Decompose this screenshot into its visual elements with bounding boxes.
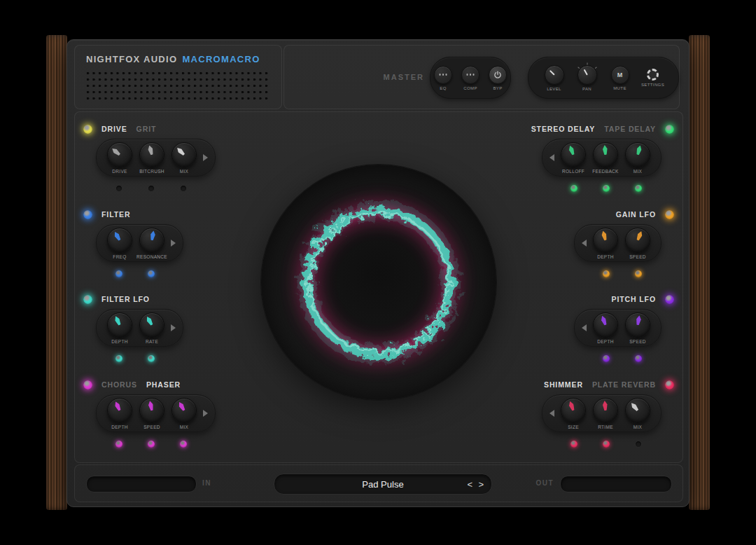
preset-next-button[interactable]: > <box>478 479 484 490</box>
pan-label: PAN <box>582 87 592 91</box>
filter-freq-knob[interactable]: FREQ <box>104 228 136 259</box>
stereo-delay-step-led[interactable] <box>570 185 578 192</box>
chorus-speed-knob[interactable]: SPEED <box>136 398 168 429</box>
master-toggle-group: EQ COMP BYP <box>430 57 511 99</box>
preset-prev-button[interactable]: < <box>467 479 472 490</box>
brand-row: NIGHTFOX AUDIO MACROMACRO <box>75 46 281 64</box>
tab-grit[interactable]: GRIT <box>136 125 157 133</box>
shimmer-step-led[interactable] <box>603 441 610 448</box>
tab-chorus[interactable]: CHORUS <box>102 380 137 389</box>
tab-pitch-lfo[interactable]: PITCH LFO <box>611 295 656 303</box>
drive-bitcrush-knob[interactable]: BITCRUSH <box>136 142 168 174</box>
chorus-knob-panel: DEPTH SPEED MIX <box>96 394 216 432</box>
pitch-lfo-module-led[interactable] <box>665 295 674 304</box>
chevron-right-icon[interactable] <box>203 154 208 161</box>
knob-label: FREQ <box>113 254 126 259</box>
wood-rail-left <box>46 35 67 510</box>
drive-drive-knob[interactable]: DRIVE <box>104 142 136 174</box>
macro-visualizer[interactable] <box>261 165 496 400</box>
chorus-step-led[interactable] <box>180 441 187 448</box>
module-drive: DRIVE GRIT DRIVE BITCRUSH MIX <box>83 122 216 192</box>
chevron-left-icon[interactable] <box>582 324 587 331</box>
shimmer-module-led[interactable] <box>665 380 674 389</box>
knob-dial <box>625 312 650 338</box>
drive-step-led[interactable] <box>148 185 155 192</box>
drive-module-led[interactable] <box>83 125 92 134</box>
bypass-label: BYP <box>493 86 502 90</box>
knob-dial <box>107 398 132 423</box>
pitch-lfo-step-led[interactable] <box>603 355 610 362</box>
stereo-delay-feedback-knob[interactable]: FEEDBACK <box>589 142 622 174</box>
eq-button[interactable]: EQ <box>431 66 455 90</box>
filter-lfo-step-led[interactable] <box>115 355 122 362</box>
gain-lfo-step-led[interactable] <box>635 270 642 277</box>
tab-shimmer[interactable]: SHIMMER <box>544 380 583 389</box>
gain-lfo-module-led[interactable] <box>665 210 674 219</box>
tab-drive[interactable]: DRIVE <box>102 125 127 133</box>
drive-step-led[interactable] <box>115 185 122 192</box>
filter-step-led[interactable] <box>115 270 122 277</box>
pan-tick <box>587 62 587 64</box>
filter-lfo-rate-knob[interactable]: RATE <box>136 312 168 344</box>
stereo-delay-module-led[interactable] <box>665 125 674 134</box>
stereo-delay-step-led[interactable] <box>635 185 642 192</box>
chevron-left-icon[interactable] <box>550 154 554 161</box>
gain-lfo-speed-knob[interactable]: SPEED <box>622 228 654 259</box>
pitch-lfo-step-led[interactable] <box>635 355 642 362</box>
chevron-left-icon[interactable] <box>582 240 587 247</box>
chorus-step-led[interactable] <box>115 441 122 448</box>
stereo-delay-mix-knob[interactable]: MIX <box>622 142 654 174</box>
filter-step-led[interactable] <box>148 270 155 277</box>
knob-dial <box>593 142 618 167</box>
mute-button[interactable]: M MUTE <box>608 66 632 90</box>
tab-stereo-delay[interactable]: STEREO DELAY <box>531 125 596 133</box>
filter-resonance-knob[interactable]: RESONANCE <box>136 228 168 259</box>
shimmer-step-led[interactable] <box>635 441 642 448</box>
chevron-right-icon[interactable] <box>171 240 176 247</box>
knob-dial <box>139 142 164 167</box>
tab-tape-delay[interactable]: TAPE DELAY <box>604 125 656 133</box>
tab-plate-reverb[interactable]: PLATE REVERB <box>592 380 656 389</box>
knob-label: MIX <box>634 425 642 429</box>
comp-button[interactable]: COMP <box>458 66 482 90</box>
shimmer-rtime-knob[interactable]: RTIME <box>589 398 622 429</box>
filter-lfo-depth-knob[interactable]: DEPTH <box>104 312 136 344</box>
preset-selector[interactable]: Pad Pulse < > <box>274 474 492 495</box>
settings-button[interactable]: SETTINGS <box>641 69 665 87</box>
chevron-right-icon[interactable] <box>171 324 176 331</box>
shimmer-step-led[interactable] <box>570 441 578 448</box>
knob-label: BITCRUSH <box>139 169 164 174</box>
shimmer-size-knob[interactable]: SIZE <box>557 398 589 429</box>
module-pitch-lfo: PITCH LFO DEPTH SPEED <box>574 292 674 362</box>
bypass-button[interactable]: BYP <box>486 66 510 90</box>
knob-dial <box>593 312 618 338</box>
tab-gain-lfo[interactable]: GAIN LFO <box>616 210 656 219</box>
knob-indicator <box>176 400 188 413</box>
chorus-mix-knob[interactable]: MIX <box>168 398 200 429</box>
chevron-right-icon[interactable] <box>203 410 208 417</box>
knob-indicator <box>601 400 609 411</box>
shimmer-mix-knob[interactable]: MIX <box>622 398 654 429</box>
filter-lfo-module-led[interactable] <box>83 295 92 304</box>
filter-lfo-step-led[interactable] <box>148 355 155 362</box>
tab-phaser[interactable]: PHASER <box>146 380 181 389</box>
chorus-depth-knob[interactable]: DEPTH <box>104 398 136 429</box>
chorus-step-led[interactable] <box>148 441 155 448</box>
gain-lfo-step-led[interactable] <box>603 270 610 277</box>
knob-indicator <box>629 400 640 413</box>
drive-step-led[interactable] <box>180 185 187 192</box>
drive-mix-knob[interactable]: MIX <box>168 142 200 174</box>
knob-indicator <box>566 399 577 411</box>
tab-filter[interactable]: FILTER <box>102 210 130 219</box>
level-knob[interactable]: LEVEL <box>542 65 566 91</box>
filter-module-led[interactable] <box>83 210 92 219</box>
stereo-delay-rolloff-knob[interactable]: ROLLOFF <box>557 142 589 174</box>
chorus-module-led[interactable] <box>83 380 92 389</box>
pitch-lfo-depth-knob[interactable]: DEPTH <box>589 312 622 344</box>
chevron-left-icon[interactable] <box>550 410 554 417</box>
pitch-lfo-speed-knob[interactable]: SPEED <box>622 312 654 344</box>
pan-knob[interactable]: PAN <box>575 65 599 91</box>
stereo-delay-step-led[interactable] <box>603 185 610 192</box>
gain-lfo-depth-knob[interactable]: DEPTH <box>589 228 622 259</box>
tab-filter-lfo[interactable]: FILTER LFO <box>102 295 150 303</box>
